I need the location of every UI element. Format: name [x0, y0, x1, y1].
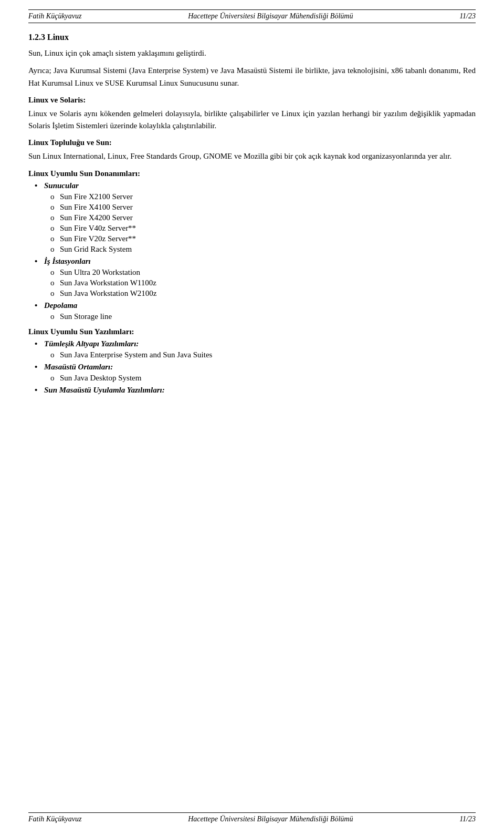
- list-item: Sun Storage line: [60, 312, 476, 321]
- header-page: 11/23: [459, 12, 476, 20]
- paragraph-2: Ayrıca; Java Kurumsal Sistemi (Java Ente…: [28, 65, 476, 89]
- list-item: Sun Java Enterprise System and Sun Java …: [60, 351, 476, 359]
- list-item: Sun Java Workstation W1100z: [60, 279, 476, 287]
- software-category-item: Masaüstü Ortamları:Sun Java Desktop Syst…: [44, 363, 476, 383]
- list-item: Sun Java Workstation W2100z: [60, 289, 476, 298]
- hardware-categories-list: SunucularSun Fire X2100 ServerSun Fire X…: [44, 181, 476, 321]
- header-author: Fatih Küçükyavuz: [28, 12, 81, 20]
- paragraph-1: Sun, Linux için çok amaçlı sistem yaklaş…: [28, 47, 476, 59]
- list-item: Sun Fire V20z Server**: [60, 234, 476, 243]
- software-sub-list: Sun Java Enterprise System and Sun Java …: [60, 351, 476, 359]
- linux-toplulugu-body: Sun Linux International, Linux, Free Sta…: [28, 150, 476, 162]
- linux-solaris-body: Linux ve Solaris aynı kökenden gelmeleri…: [28, 108, 476, 132]
- linux-uyumlu-donanim-title: Linux Uyumlu Sun Donanımları:: [28, 169, 476, 178]
- hardware-sub-list: Sun Storage line: [60, 312, 476, 321]
- linux-uyumlu-yazilim-title: Linux Uyumlu Sun Yazılımları:: [28, 327, 476, 336]
- software-sub-list: Sun Java Desktop System: [60, 374, 476, 383]
- hardware-sub-list: Sun Ultra 20 WorkstationSun Java Worksta…: [60, 268, 476, 298]
- hardware-category-item: DepolamaSun Storage line: [44, 301, 476, 321]
- linux-toplulugu-title: Linux Topluluğu ve Sun:: [28, 138, 476, 147]
- list-item: Sun Fire X4100 Server: [60, 203, 476, 212]
- software-categories-list: Tümleşik Altyapı Yazılımları:Sun Java En…: [44, 339, 476, 395]
- list-item: Sun Grid Rack System: [60, 245, 476, 254]
- software-category-item: Sun Masaüstü Uyulamla Yazılımları:: [44, 386, 476, 395]
- footer-page: 11/23: [459, 815, 476, 823]
- software-category-item: Tümleşik Altyapı Yazılımları:Sun Java En…: [44, 339, 476, 359]
- footer-author: Fatih Küçükyavuz: [28, 815, 81, 823]
- hardware-category-item: SunucularSun Fire X2100 ServerSun Fire X…: [44, 181, 476, 254]
- page-footer: Fatih Küçükyavuz Hacettepe Üniversitesi …: [28, 812, 476, 826]
- list-item: Sun Fire X2100 Server: [60, 192, 476, 201]
- main-section-title: 1.2.3 Linux: [28, 33, 476, 42]
- list-item: Sun Java Desktop System: [60, 374, 476, 383]
- list-item: Sun Fire V40z Server**: [60, 224, 476, 233]
- hardware-category-item: İş İstasyonlarıSun Ultra 20 WorkstationS…: [44, 257, 476, 298]
- hardware-sub-list: Sun Fire X2100 ServerSun Fire X4100 Serv…: [60, 192, 476, 254]
- list-item: Sun Ultra 20 Workstation: [60, 268, 476, 277]
- footer-title: Hacettepe Üniversitesi Bilgisayar Mühend…: [188, 815, 353, 823]
- header-title: Hacettepe Üniversitesi Bilgisayar Mühend…: [188, 12, 353, 20]
- content-area: 1.2.3 Linux Sun, Linux için çok amaçlı s…: [28, 33, 476, 429]
- list-item: Sun Fire X4200 Server: [60, 213, 476, 222]
- linux-solaris-title: Linux ve Solaris:: [28, 96, 476, 105]
- page-header: Fatih Küçükyavuz Hacettepe Üniversitesi …: [28, 9, 476, 23]
